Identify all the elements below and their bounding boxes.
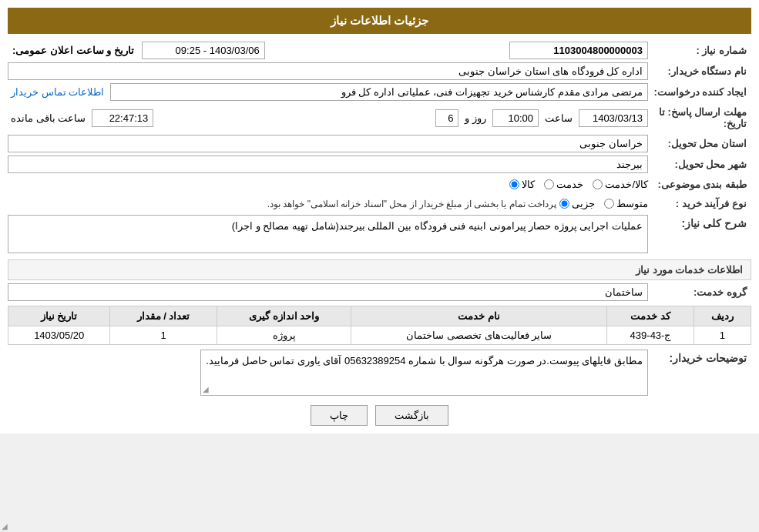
bottom-buttons: بازگشت چاپ <box>8 405 751 426</box>
purchase-jozii-label: جزیی <box>572 198 595 209</box>
purchase-motavasset-option[interactable]: متوسط <box>604 198 648 209</box>
col-unit: واحد اندازه گیری <box>217 306 351 326</box>
province-value: خراسان جنوبی <box>8 135 648 152</box>
reply-time-label: ساعت <box>542 112 576 124</box>
purchase-note: پرداخت تمام یا بخشی از مبلغ خریدار از مح… <box>8 199 556 209</box>
reply-day-value: 6 <box>435 109 458 127</box>
city-label: شهر محل تحویل: <box>651 156 751 172</box>
province-label: استان محل تحویل: <box>651 136 751 152</box>
table-row: 1ج-43-439سایر فعالیت‌های تخصصی ساختمانپر… <box>8 326 751 345</box>
purchase-jozii-option[interactable]: جزیی <box>559 198 595 209</box>
service-group-value: ساختمان <box>8 283 648 301</box>
reply-time-value: 10:00 <box>492 109 539 127</box>
services-section-title: اطلاعات خدمات مورد نیاز <box>8 259 751 280</box>
city-value: بیرجند <box>8 156 648 173</box>
col-qty: تعداد / مقدار <box>110 306 217 326</box>
description-value: عملیات اجرایی پروژه حصار پیرامونی ابنیه … <box>8 215 648 253</box>
col-date: تاریخ نیاز <box>8 306 110 326</box>
buyer-notes-value: مطابق فایلهای پیوست.در صورت هرگونه سوال … <box>200 350 648 396</box>
category-kala-khadamat-radio[interactable] <box>593 179 603 189</box>
announce-date-value: 1403/03/06 - 09:25 <box>142 42 265 59</box>
table-cell-row: 1 <box>694 326 751 345</box>
services-table: ردیف کد خدمت نام خدمت واحد اندازه گیری ت… <box>8 306 751 345</box>
col-name: نام خدمت <box>351 306 607 326</box>
reply-date-label: مهلت ارسال پاسخ: تا تاریخ: <box>651 104 751 132</box>
creator-link[interactable]: اطلاعات تماس خریدار <box>8 86 107 98</box>
notes-resize-icon: ◢ <box>203 385 209 393</box>
purchase-type-label: نوع فرآیند خرید : <box>651 196 751 212</box>
need-number-label: شماره نیاز : <box>651 42 751 59</box>
category-khadamat-option[interactable]: خدمت <box>544 179 583 190</box>
remaining-value: 22:47:13 <box>92 109 153 127</box>
col-row: ردیف <box>694 306 751 326</box>
description-section-label: شرح کلی نیاز: <box>651 215 751 232</box>
print-button[interactable]: چاپ <box>311 405 368 426</box>
back-button[interactable]: بازگشت <box>375 405 448 426</box>
category-kala-khadamat-option[interactable]: کالا/خدمت <box>593 179 648 190</box>
category-label: طبقه بندی موضوعی: <box>651 176 751 192</box>
table-cell-name: سایر فعالیت‌های تخصصی ساختمان <box>351 326 607 345</box>
category-khadamat-radio[interactable] <box>544 179 554 189</box>
table-cell-code: ج-43-439 <box>607 326 694 345</box>
col-code: کد خدمت <box>607 306 694 326</box>
creator-value: مرتضی مرادی مقدم کارشناس خرید تجهیزات فن… <box>110 83 648 101</box>
purchase-motavasset-radio[interactable] <box>604 199 614 209</box>
need-number-value: 1103004800000003 <box>509 42 648 59</box>
table-cell-unit: پروژه <box>217 326 351 345</box>
reply-date-value: 1403/03/13 <box>579 109 648 127</box>
category-kala-label: کالا <box>522 179 535 190</box>
category-radio-group: کالا/خدمت خدمت کالا <box>509 179 648 190</box>
buyer-org-value: اداره کل فرودگاه های استان خراسان جنوبی <box>8 62 648 80</box>
reply-day-label: روز و <box>462 112 489 124</box>
purchase-motavasset-label: متوسط <box>616 198 648 209</box>
category-khadamat-label: خدمت <box>556 179 583 190</box>
remaining-label: ساعت باقی مانده <box>8 112 89 124</box>
buyer-org-label: نام دستگاه خریدار: <box>651 63 751 79</box>
category-kala-option[interactable]: کالا <box>509 179 535 190</box>
category-kala-radio[interactable] <box>509 179 519 189</box>
table-cell-date: 1403/05/20 <box>8 326 110 345</box>
buyer-notes-label: توضیحات خریدار: <box>651 350 751 366</box>
purchase-type-radio-group: متوسط جزیی <box>559 198 648 209</box>
creator-label: ایجاد کننده درخواست: <box>651 84 751 100</box>
page-title: جزئیات اطلاعات نیاز <box>8 8 751 34</box>
table-cell-quantity: 1 <box>110 326 217 345</box>
purchase-jozii-radio[interactable] <box>559 199 569 209</box>
announce-date-label: تاریخ و ساعت اعلان عمومی: <box>8 42 139 59</box>
service-group-label: گروه خدمت: <box>651 284 751 300</box>
category-kala-khadamat-label: کالا/خدمت <box>605 179 648 190</box>
